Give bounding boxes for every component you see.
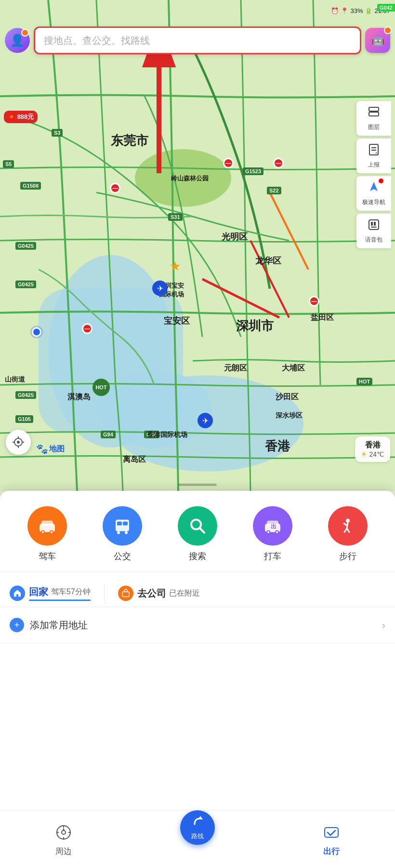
no-entry-2: — [223, 158, 234, 168]
svg-rect-3 [39, 289, 183, 433]
road-g1523: G1523 [243, 167, 263, 175]
svg-rect-30 [116, 520, 129, 531]
voice-icon [367, 218, 381, 234]
layers-button[interactable]: 图层 [356, 101, 391, 136]
nav-red-dot [379, 179, 383, 183]
bus-action[interactable]: 公交 [103, 506, 142, 562]
svg-point-41 [267, 531, 269, 533]
svg-line-46 [344, 523, 347, 525]
travel-label: 出行 [323, 846, 340, 857]
leidaoqu-label: 离岛区 [123, 455, 146, 465]
svg-marker-57 [198, 816, 203, 819]
navigation-button[interactable]: 极速导航 [356, 176, 391, 211]
user-avatar[interactable]: 👤 [5, 28, 30, 53]
map-section[interactable]: ⏰ 📍 33% 🔋 21:07 G042 👤 搜地点、查公交、找路线 🤖 � [0, 0, 395, 491]
search-input[interactable]: 搜地点、查公交、找路线 [34, 26, 361, 54]
svg-point-19 [17, 441, 20, 444]
route-circle-btn: 路线 [180, 810, 215, 845]
report-icon [367, 143, 381, 159]
nav-nearby[interactable]: 周边 [53, 822, 74, 857]
no-entry-5: — [309, 296, 319, 306]
svg-point-51 [62, 830, 66, 834]
svg-line-48 [347, 528, 349, 532]
shatiianqu-label: 沙田区 [276, 392, 299, 402]
add-address-icon: + [10, 618, 24, 632]
locate-me-button[interactable] [6, 430, 31, 455]
svg-rect-49 [122, 592, 129, 597]
yantianqu-label: 盐田区 [311, 313, 334, 323]
baidu-logo: 🐾 地图 [36, 443, 65, 455]
svg-rect-15 [371, 222, 373, 226]
work-shortcut[interactable]: 去公司 已在附近 [118, 586, 200, 601]
dongguanshi-label: 东莞市 [111, 132, 148, 149]
bottom-panel: 驾车 公交 搜索 [0, 491, 395, 868]
shortcut-divider [104, 584, 105, 603]
shortcuts-row: 回家 驾车57分钟 去公司 已在附近 [0, 572, 395, 607]
guangmingqu-label: 光明区 [222, 231, 248, 243]
yuanlangqu-label: 元朗区 [224, 363, 247, 373]
map-background [0, 0, 395, 491]
map-svg [0, 0, 395, 491]
location-icon-status: 📍 [341, 7, 348, 14]
nav-route[interactable]: 路线 [180, 810, 215, 845]
svg-rect-16 [374, 222, 376, 226]
chevron-right-icon: › [382, 620, 385, 631]
taxi-icon-circle: 出 [253, 506, 292, 546]
svg-rect-25 [41, 521, 53, 526]
no-entry-4: — [82, 323, 92, 334]
qiaodao-label: 淇澳岛 [67, 392, 91, 402]
layers-label: 图层 [368, 123, 380, 131]
hot-text: HOT [95, 384, 106, 390]
baidu-text: 地图 [49, 444, 65, 454]
drive-action[interactable]: 驾车 [27, 506, 67, 562]
report-button[interactable]: 上报 [356, 139, 391, 173]
layers-icon [367, 105, 381, 122]
search-action[interactable]: 搜索 [178, 506, 217, 562]
road-g0425-1: G0425 [15, 242, 36, 250]
search-bar-wrapper: 👤 搜地点、查公交、找路线 🤖 [5, 26, 390, 54]
svg-point-29 [51, 531, 53, 533]
longhuaqu-label: 龙华区 [255, 255, 281, 267]
shenzhenshi-label: 深圳市 [236, 318, 274, 334]
navigation-icon [367, 180, 381, 197]
nav-travel[interactable]: 出行 [321, 822, 342, 857]
svg-point-33 [117, 531, 120, 534]
svg-marker-13 [370, 182, 378, 191]
szairport-icon: ✈ [152, 281, 168, 296]
my-location-dot [32, 327, 41, 337]
voice-button[interactable]: 语音包 [356, 214, 391, 248]
road-s5: S5 [3, 160, 14, 168]
scroll-indicator [178, 484, 217, 486]
walk-action[interactable]: 步行 [328, 506, 368, 562]
svg-point-34 [125, 531, 128, 534]
svg-rect-32 [123, 522, 128, 525]
road-s3: S3 [52, 129, 63, 137]
svg-rect-9 [369, 112, 379, 116]
lingshan-label: 岭山森林公园 [171, 174, 209, 183]
svg-point-42 [276, 531, 278, 533]
road-g94-1: G94 [101, 431, 116, 438]
promo-badge[interactable]: 🧧 888元 [4, 111, 38, 123]
ai-button[interactable]: 🤖 [365, 28, 390, 53]
home-shortcut-name: 回家 [29, 586, 48, 599]
walk-label: 步行 [339, 550, 356, 562]
weather-badge[interactable]: 香港 ☀ 24℃ [355, 436, 390, 462]
add-address-text: 添加常用地址 [30, 619, 382, 632]
voice-label: 语音包 [365, 236, 382, 244]
hk-airport-label: 香港国际机场 [147, 431, 187, 439]
add-address-row[interactable]: + 添加常用地址 › [0, 607, 395, 643]
search-label: 搜索 [189, 550, 206, 562]
taxi-action[interactable]: 出 打车 [253, 506, 292, 562]
bus-icon-circle [103, 506, 142, 546]
navigation-label: 极速导航 [362, 198, 385, 206]
svg-rect-8 [369, 107, 379, 111]
road-g105: G105 [15, 415, 33, 423]
weather-city: 香港 [361, 440, 384, 450]
hot-badge-2: HOT [356, 378, 372, 385]
weather-sun-icon: ☀ [361, 450, 367, 458]
svg-line-36 [199, 528, 204, 533]
right-sidebar: 图层 上报 极速导航 [356, 101, 395, 250]
hkairport-icon: ✈ [198, 413, 213, 428]
home-shortcut[interactable]: 回家 驾车57分钟 [10, 586, 91, 601]
drive-label: 驾车 [39, 550, 56, 562]
